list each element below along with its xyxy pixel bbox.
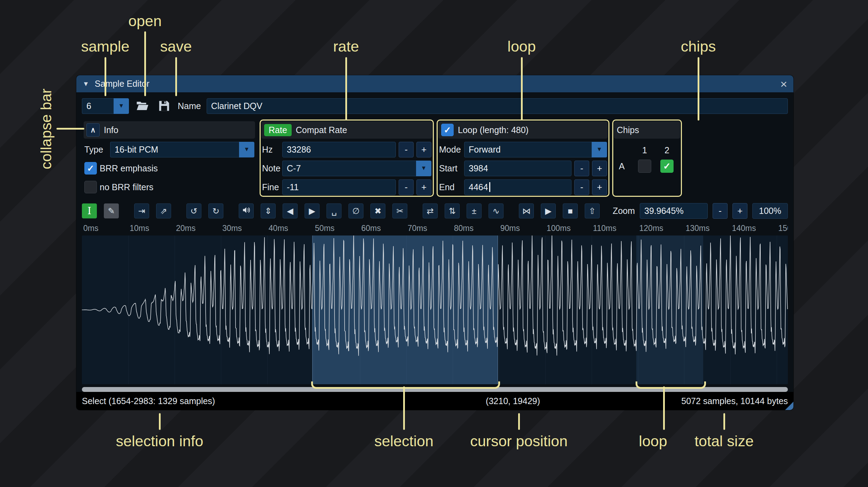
note-dropdown-icon[interactable]: ▼ [416,161,431,176]
hz-row: Hz 33286 - + [261,141,432,157]
loop-title: Loop (length: 480) [458,125,529,135]
window-content: 6 ▼ Name [76,92,793,392]
filter-button[interactable]: ∿ [489,203,504,218]
mode-dropdown-icon[interactable]: ▼ [592,142,607,157]
hz-decrease-button[interactable]: - [399,142,414,157]
rate-title: Compat Rate [296,125,347,135]
close-icon[interactable]: × [780,78,787,90]
type-dropdown-icon[interactable]: ▼ [239,142,254,157]
loop-mode-select[interactable]: Forward ▼ [464,142,607,157]
hz-input[interactable]: 33286 [282,142,396,157]
preview-icon: ▶ [545,206,551,216]
type-label: Type [84,145,107,155]
rate-badge[interactable]: Rate [264,124,292,136]
chip-1-checkbox[interactable] [638,160,651,173]
zoom-reset-button[interactable]: 100% [752,203,788,219]
info-header: ∧ Info [84,121,255,139]
annotation-line-cursor-position [518,413,520,430]
sample-number-dropdown-icon[interactable]: ▼ [114,98,129,114]
titlebar[interactable]: ▼ Sample Editor × [76,75,793,92]
timeline-label: 70ms [408,224,427,233]
insert-silence-button[interactable]: ␣ [327,203,341,218]
fade-out-button[interactable]: ▶ [305,203,320,218]
loop-end-decrease-button[interactable]: - [574,179,589,195]
amplify-button[interactable] [239,203,254,218]
loop-section: ✓ Loop (length: 480) Mode Forward ▼ Star… [437,119,609,197]
loop-start-increase-button[interactable]: + [592,161,607,176]
hz-increase-button[interactable]: + [416,142,431,157]
fine-decrease-button[interactable]: - [399,179,414,195]
mode-label: Mode [439,145,461,155]
name-label: Name [178,101,201,111]
sample-number-value: 6 [82,98,114,114]
sample-name-input[interactable]: Clarinet DQV [207,98,788,114]
loop-start-decrease-button[interactable]: - [574,161,589,176]
annotation-label-selection-info: selection info [116,433,203,450]
chip-column-2: 2 [665,145,669,155]
delete-button[interactable]: ✖ [370,203,385,218]
normalize-icon: ⇕ [264,206,271,216]
loop-end-input[interactable]: 4464 [464,179,571,195]
trim-button[interactable]: ✂ [392,203,407,218]
timeline-label: 30ms [222,224,242,233]
open-sample-button[interactable] [135,98,151,114]
no-brr-filters-checkbox[interactable] [84,181,97,193]
zoom-input[interactable]: 39.9645% [640,203,708,219]
create-wavetable-icon: ⇧ [589,206,596,216]
redo-button[interactable]: ↻ [208,203,223,218]
info-collapse-button[interactable]: ∧ [86,123,100,137]
chip-2-checkbox[interactable]: ✓ [660,160,674,173]
selection-info-text: Select (1654-2983: 1329 samples) [82,396,215,406]
timeline-label: 110ms [593,224,616,233]
loop-end-increase-button[interactable]: + [592,179,607,195]
annotation-line-open [144,31,146,96]
toolbar-icons: I✎⇥⇗↺↻⇕◀▶␣∅✖✂⇄⇅±∿⋈▶■⇧ [82,203,600,218]
sample-row: 6 ▼ Name [82,98,788,114]
loop-start-input[interactable]: 3984 [464,161,571,176]
stop-preview-button[interactable]: ■ [563,203,578,218]
chevron-up-icon: ∧ [90,126,95,134]
annotation-line-selection [403,386,405,430]
resize-button[interactable]: ⇥ [134,203,149,218]
sample-number-select[interactable]: 6 ▼ [82,98,129,114]
annotation-label-rate: rate [333,38,359,55]
annotation-line-sample [105,57,106,96]
chip-column-1: 1 [642,145,647,155]
apply-silence-button[interactable]: ∅ [348,203,363,218]
resize-grip[interactable] [785,402,793,410]
zoom-in-button[interactable]: + [732,203,747,219]
timeline-label: 10ms [130,224,149,233]
crossfade-loop-button[interactable]: ⋈ [519,203,534,218]
save-sample-button[interactable] [156,98,172,114]
text-caret [489,182,490,192]
fade-in-button[interactable]: ◀ [283,203,298,218]
status-bar: Select (1654-2983: 1329 samples) (3210, … [76,392,793,410]
timeline-label: 150ms [778,224,788,233]
zoom-label: Zoom [613,206,635,216]
fine-increase-button[interactable]: + [416,179,431,195]
fine-input[interactable]: -11 [282,179,396,195]
undo-icon: ↺ [190,206,197,216]
annotation-line-collapse-bar [56,128,84,130]
invert-button[interactable]: ⇅ [445,203,460,218]
insert-silence-icon: ␣ [331,206,337,216]
zoom-out-button[interactable]: - [713,203,728,219]
sample-type-value: 16-bit PCM [110,142,239,157]
create-wavetable-button[interactable]: ⇧ [585,203,600,218]
undo-button[interactable]: ↺ [186,203,201,218]
normalize-button[interactable]: ⇕ [261,203,276,218]
resample-button[interactable]: ⇗ [156,203,171,218]
window-collapse-icon[interactable]: ▼ [83,80,89,88]
select-mode-button[interactable]: I [82,203,97,218]
brr-emphasis-checkbox[interactable]: ✓ [84,162,97,175]
draw-mode-button[interactable]: ✎ [104,203,119,218]
fade-out-icon: ▶ [309,206,315,216]
note-select[interactable]: C-7 ▼ [282,161,431,176]
loop-enable-checkbox[interactable]: ✓ [441,124,454,136]
signed-unsigned-button[interactable]: ± [467,203,482,218]
timeline-ruler[interactable]: 0ms10ms20ms30ms40ms50ms60ms70ms80ms90ms1… [82,222,788,234]
waveform-area[interactable] [82,235,788,384]
reverse-button[interactable]: ⇄ [423,203,438,218]
preview-button[interactable]: ▶ [541,203,556,218]
sample-type-select[interactable]: 16-bit PCM ▼ [110,142,254,157]
